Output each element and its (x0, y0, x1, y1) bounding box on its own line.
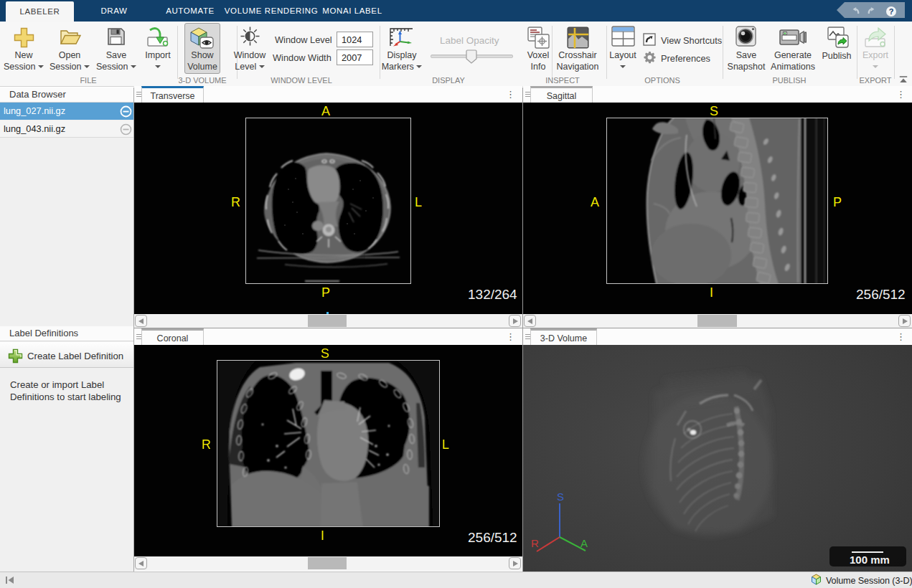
svg-text:S: S (557, 493, 564, 503)
svg-text:A: A (580, 537, 588, 549)
svg-text:R: R (531, 537, 539, 549)
